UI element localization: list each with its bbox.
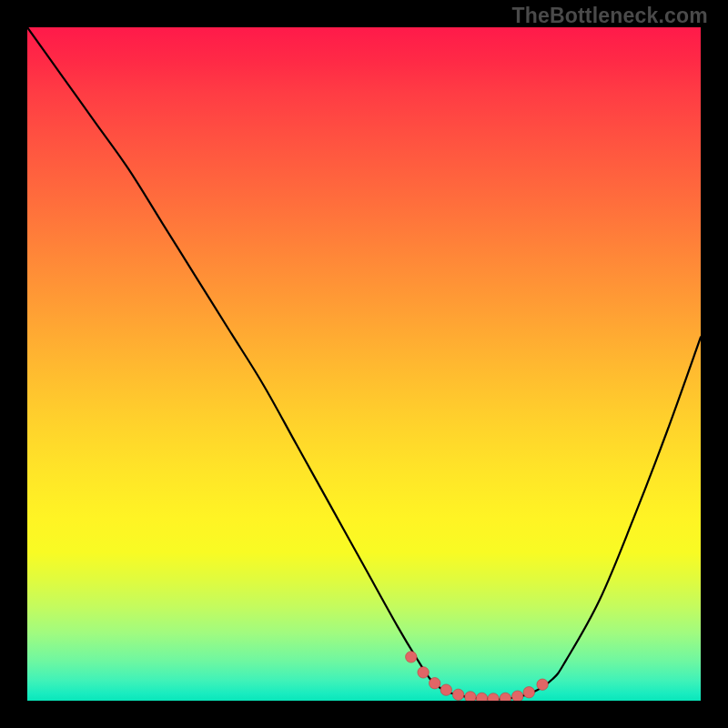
curve-svg xyxy=(27,27,701,701)
minimum-marker xyxy=(418,667,429,678)
minimum-marker xyxy=(452,689,463,700)
minimum-marker xyxy=(523,687,534,698)
minimum-marker xyxy=(465,692,476,701)
minimum-marker xyxy=(512,691,523,701)
minimum-marker xyxy=(430,678,440,689)
watermark-text: TheBottleneck.com xyxy=(511,4,708,28)
minimum-marker xyxy=(537,679,548,690)
plot-area xyxy=(27,27,701,701)
minimum-marker xyxy=(476,693,487,701)
minimum-marker xyxy=(440,684,451,695)
bottleneck-curve xyxy=(27,27,701,700)
minimum-marker xyxy=(406,652,417,662)
chart-frame: TheBottleneck.com xyxy=(0,0,728,728)
minimum-marker xyxy=(488,693,499,701)
minimum-marker xyxy=(500,693,511,701)
minimum-markers xyxy=(406,652,549,701)
